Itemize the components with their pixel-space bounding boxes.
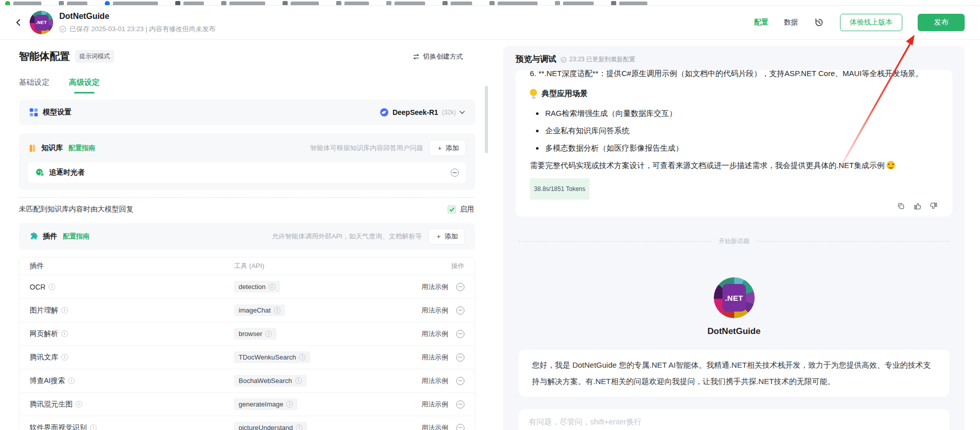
bookmark-label (67, 2, 87, 6)
plugins-add-button[interactable]: ＋ 添加 (428, 228, 465, 245)
info-icon[interactable]: i (286, 401, 293, 408)
plugin-ops-cell: 用法示例 (388, 353, 464, 362)
try-online-button[interactable]: 体验线上版本 (840, 14, 902, 31)
usage-example-link[interactable]: 用法示例 (422, 353, 448, 362)
bookmark-label (563, 2, 594, 6)
info-icon[interactable]: i (274, 307, 281, 314)
knowledge-item-icon (35, 168, 44, 177)
bookmark-item[interactable] (59, 1, 87, 6)
bookmark-label (291, 2, 319, 6)
bookmark-item[interactable] (5, 1, 41, 6)
bookmark-label (619, 2, 647, 6)
agent-title: DotNetGuide (59, 11, 216, 21)
usage-example-link[interactable]: 用法示例 (422, 329, 448, 339)
info-icon[interactable]: i (68, 377, 75, 384)
remove-knowledge-icon[interactable] (451, 169, 459, 177)
plugin-name: 网页解析 (30, 329, 58, 339)
copy-icon[interactable] (897, 202, 905, 210)
info-icon[interactable]: i (49, 283, 55, 290)
knowledge-add-button[interactable]: ＋ 添加 (429, 140, 466, 156)
knowledge-item[interactable]: 追逐时光者 (28, 162, 466, 183)
bookmark-item[interactable] (175, 1, 204, 6)
plugin-tool-cell: TDocWenkuSearchi (234, 351, 388, 363)
back-button[interactable] (11, 15, 26, 30)
usage-example-link[interactable]: 用法示例 (422, 282, 448, 292)
remove-plugin-icon[interactable] (456, 400, 464, 409)
knowledge-guide-link[interactable]: 配置指南 (68, 144, 95, 153)
chat-input[interactable]: 有问题，尽管问，shift+enter换行 (519, 409, 949, 430)
plugin-tool-cell: imageChati (234, 304, 388, 316)
plugin-tool-cell: browseri (234, 328, 388, 340)
thumbs-up-icon[interactable] (913, 202, 922, 210)
usage-example-link[interactable]: 用法示例 (422, 423, 448, 430)
bookmark-item[interactable] (489, 1, 538, 6)
fallback-checkbox[interactable] (448, 205, 456, 213)
info-icon[interactable]: i (269, 283, 275, 290)
usage-example-link[interactable]: 用法示例 (422, 376, 448, 386)
bookmark-item[interactable] (283, 1, 319, 6)
table-row: 腾讯混元生图igenerateImagei用法示例 (19, 392, 475, 416)
bookmark-label (394, 2, 425, 6)
left-panel-scrollbar[interactable] (485, 86, 488, 153)
info-icon[interactable]: i (76, 401, 82, 408)
chat-input-placeholder: 有问题，尽管问，shift+enter换行 (529, 417, 641, 426)
table-row: 软件界面视觉识别ipictureUnderstandi用法示例 (19, 416, 475, 430)
bookmark-favicon (336, 1, 341, 6)
remove-plugin-icon[interactable] (456, 424, 464, 430)
info-icon[interactable]: i (61, 307, 68, 314)
info-icon[interactable]: i (265, 330, 272, 337)
history-icon[interactable] (813, 17, 825, 28)
tab-advanced[interactable]: 高级设定 (69, 78, 100, 93)
info-icon[interactable]: i (90, 424, 97, 430)
plugin-puzzle-icon (29, 232, 38, 241)
bookmark-favicon (221, 1, 226, 6)
remove-plugin-icon[interactable] (456, 283, 464, 291)
remove-plugin-icon[interactable] (456, 353, 464, 362)
model-selector[interactable]: DeepSeek-R1 (32k) (380, 108, 465, 117)
info-icon[interactable]: i (61, 330, 68, 337)
bookmark-item[interactable] (386, 1, 425, 6)
knowledge-icon (28, 144, 37, 153)
switch-create-mode[interactable]: 切换创建方式 (412, 52, 463, 61)
remove-plugin-icon[interactable] (456, 377, 464, 385)
new-topic-divider[interactable]: 开始新话题 (519, 237, 949, 246)
plugin-ops-cell: 用法示例 (388, 282, 464, 292)
chevron-down-icon (459, 111, 465, 114)
bookmark-item[interactable] (336, 1, 369, 6)
publish-button[interactable]: 发布 (918, 14, 965, 31)
info-icon[interactable]: i (299, 354, 306, 361)
plugin-name: 博查AI搜索 (30, 376, 65, 386)
lightbulb-icon (530, 88, 538, 99)
bookmark-favicon (386, 1, 391, 6)
preview-title: 预览与调试 (516, 54, 556, 65)
plugins-guide-link[interactable]: 配置指南 (63, 232, 89, 241)
knowledge-label: 知识库 (41, 144, 63, 153)
bookmark-item[interactable] (442, 1, 472, 6)
col-ops: 操作 (388, 261, 464, 271)
table-row: 博查AI搜索iBochaWebSearchi用法示例 (19, 369, 475, 392)
remove-plugin-icon[interactable] (456, 330, 464, 338)
plugin-name-cell: 图片理解i (30, 306, 234, 315)
nav-config[interactable]: 配置 (754, 18, 768, 27)
info-icon[interactable]: i (296, 424, 302, 430)
bookmark-item[interactable] (221, 1, 265, 6)
tool-chip: imageChati (234, 304, 285, 316)
usage-example-link[interactable]: 用法示例 (422, 306, 448, 315)
remove-plugin-icon[interactable] (456, 306, 464, 315)
bookmark-item[interactable] (555, 1, 594, 6)
plugin-name-cell: OCRi (30, 283, 234, 291)
usage-example-link[interactable]: 用法示例 (422, 400, 448, 409)
plugin-name-cell: 博查AI搜索i (30, 376, 234, 386)
nav-data[interactable]: 数据 (784, 18, 798, 27)
bookmark-item[interactable] (611, 1, 647, 6)
model-context-size: (32k) (442, 109, 456, 116)
thumbs-down-icon[interactable] (929, 202, 938, 210)
tool-name: imageChat (239, 306, 271, 314)
plugins-label: 插件 (43, 232, 57, 241)
tab-basic[interactable]: 基础设定 (19, 78, 50, 93)
info-icon[interactable]: i (61, 354, 68, 361)
plugin-tool-cell: pictureUnderstandi (234, 422, 388, 430)
message-actions (530, 202, 938, 210)
info-icon[interactable]: i (295, 377, 302, 384)
bookmark-item[interactable] (105, 1, 158, 6)
